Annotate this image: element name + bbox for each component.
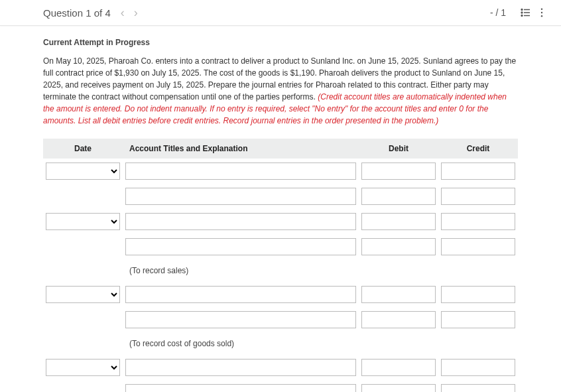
credit-input[interactable] — [441, 286, 515, 303]
credit-input[interactable] — [441, 311, 515, 328]
prev-question-button[interactable]: ‹ — [121, 7, 125, 19]
table-row — [43, 355, 518, 380]
entry-note-sales: (To record sales) — [123, 259, 359, 282]
table-row — [43, 380, 518, 392]
debit-input[interactable] — [361, 286, 436, 303]
credit-input[interactable] — [441, 213, 515, 230]
attempt-status-label: Current Attempt in Progress — [43, 38, 518, 47]
debit-input[interactable] — [361, 188, 436, 205]
svg-point-3 — [521, 9, 523, 11]
question-nav: ‹ › — [121, 7, 138, 19]
list-view-icon[interactable] — [520, 7, 532, 19]
table-row — [43, 209, 518, 234]
col-header-date: Date — [43, 139, 123, 159]
credit-input[interactable] — [441, 163, 515, 180]
svg-point-5 — [521, 15, 523, 17]
table-row — [43, 159, 518, 184]
entry-note-row: (To record sales) — [43, 259, 518, 282]
debit-input[interactable] — [361, 213, 436, 230]
table-row — [43, 282, 518, 307]
table-row — [43, 234, 518, 259]
col-header-debit: Debit — [359, 139, 438, 159]
account-title-input[interactable] — [125, 311, 356, 328]
date-select[interactable] — [46, 359, 120, 376]
date-select[interactable] — [46, 163, 120, 180]
credit-input[interactable] — [441, 384, 515, 392]
account-title-input[interactable] — [125, 238, 356, 255]
entry-note-cogs: (To record cost of goods sold) — [123, 332, 359, 355]
credit-input[interactable] — [441, 359, 515, 376]
account-title-input[interactable] — [125, 359, 356, 376]
more-options-icon[interactable] — [536, 7, 548, 19]
account-title-input[interactable] — [125, 188, 356, 205]
col-header-account: Account Titles and Explanation — [123, 139, 359, 159]
next-question-button[interactable]: › — [134, 7, 138, 19]
question-header-bar: Question 1 of 4 ‹ › - / 1 — [0, 0, 561, 26]
question-number-label: Question 1 of 4 — [43, 7, 111, 19]
debit-input[interactable] — [361, 163, 436, 180]
svg-point-7 — [541, 12, 542, 13]
account-title-input[interactable] — [125, 213, 356, 230]
credit-input[interactable] — [441, 238, 515, 255]
svg-point-6 — [541, 9, 542, 10]
account-title-input[interactable] — [125, 163, 356, 180]
debit-input[interactable] — [361, 311, 436, 328]
account-title-input[interactable] — [125, 384, 356, 392]
svg-point-8 — [541, 15, 542, 17]
journal-entry-table: Date Account Titles and Explanation Debi… — [43, 139, 518, 392]
score-indicator: - / 1 — [490, 7, 506, 18]
account-title-input[interactable] — [125, 286, 356, 303]
debit-input[interactable] — [361, 384, 436, 392]
date-select[interactable] — [46, 213, 120, 230]
svg-point-4 — [521, 12, 523, 13]
credit-input[interactable] — [441, 188, 515, 205]
debit-input[interactable] — [361, 359, 436, 376]
date-select[interactable] — [46, 286, 120, 303]
col-header-credit: Credit — [438, 139, 518, 159]
entry-note-row: (To record cost of goods sold) — [43, 332, 518, 355]
debit-input[interactable] — [361, 238, 436, 255]
problem-statement: On May 10, 2025, Pharoah Co. enters into… — [43, 55, 518, 127]
table-row — [43, 184, 518, 209]
table-row — [43, 307, 518, 332]
